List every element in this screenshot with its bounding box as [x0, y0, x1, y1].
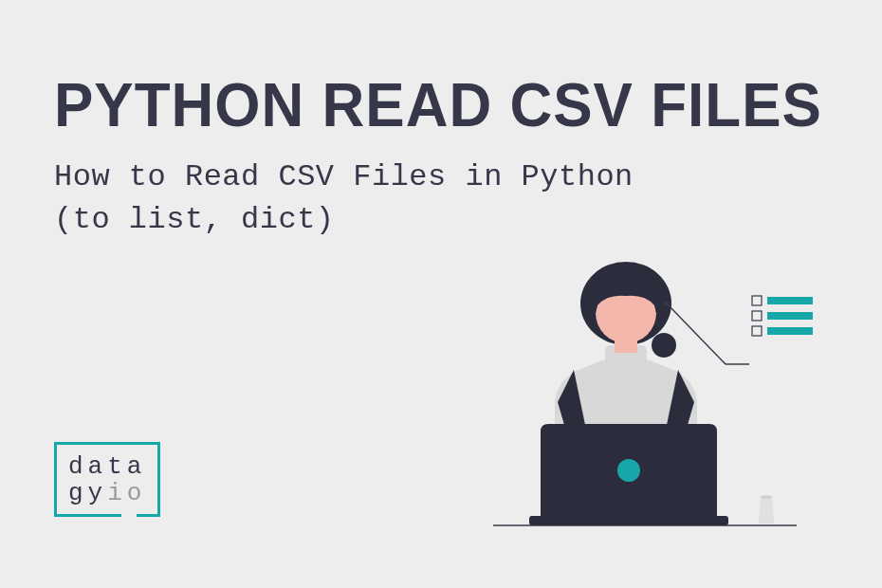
logo-text-line2: gy: [68, 479, 107, 507]
svg-rect-15: [752, 326, 762, 336]
page-title: PYTHON READ CSV FILES: [54, 69, 822, 140]
brand-logo: data gyio: [54, 442, 160, 517]
callout-line: [665, 302, 750, 365]
page-subtitle: How to Read CSV Files in Python(to list,…: [54, 156, 634, 242]
svg-rect-11: [752, 296, 762, 305]
svg-rect-12: [767, 297, 813, 304]
laptop-icon: [529, 424, 728, 525]
cup-icon: [759, 495, 774, 524]
logo-text-suffix: io: [107, 479, 146, 507]
person-head: [580, 262, 676, 358]
svg-rect-6: [529, 516, 728, 525]
svg-point-7: [617, 459, 640, 482]
logo-text-line1: data: [68, 452, 146, 481]
svg-rect-5: [615, 338, 637, 353]
svg-rect-16: [767, 327, 813, 335]
person-laptop-illustration: [465, 258, 825, 542]
list-icon: [752, 296, 813, 336]
svg-point-4: [652, 333, 676, 358]
svg-rect-14: [767, 312, 813, 320]
svg-rect-13: [752, 311, 762, 321]
svg-line-9: [667, 303, 726, 364]
svg-point-1: [761, 495, 772, 499]
